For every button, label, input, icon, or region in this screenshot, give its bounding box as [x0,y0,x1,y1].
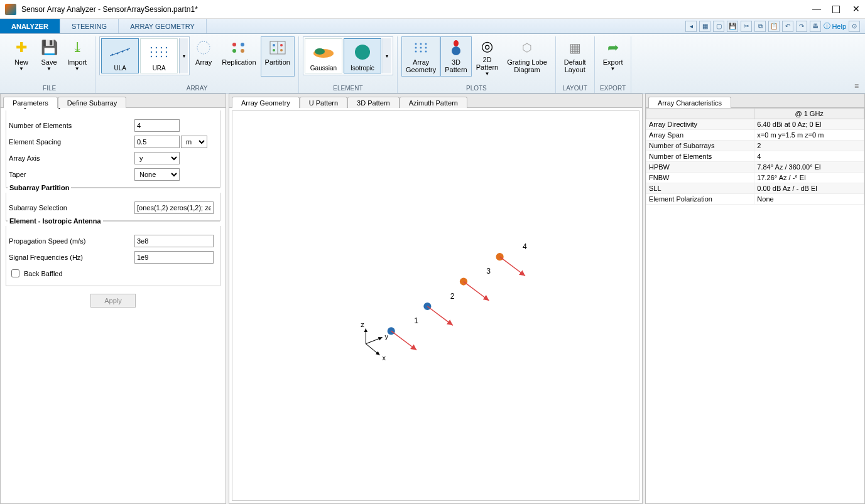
grating-icon: ⬡ [518,38,536,57]
svg-text:3: 3 [486,267,491,276]
input-element-spacing[interactable] [134,136,180,148]
element-type-gallery: Gaussian Isotropic ▾ [303,36,393,75]
svg-point-15 [161,55,162,56]
maximize-button[interactable] [832,6,840,13]
array-geometry-button[interactable]: Array Geometry [401,36,440,77]
replication-icon [229,38,248,57]
svg-text:2: 2 [450,292,455,301]
label-element-spacing: Element Spacing [9,138,134,146]
char-header: @ 1 GHz [754,109,864,119]
qat-redo-icon[interactable]: ↷ [796,21,807,32]
svg-point-32 [420,43,422,45]
ribbon-collapse-icon[interactable]: ≡ [852,79,861,93]
export-button[interactable]: ➦Export▼ [599,36,628,77]
tab-parameters[interactable]: Parameters [3,97,58,108]
char-value: 6.40 dBi at 0 Az; 0 El [754,119,864,130]
save-button[interactable]: 💾Save▼ [35,36,63,77]
svg-point-4 [127,48,129,50]
array-button[interactable]: Array [190,36,217,77]
default-layout-button[interactable]: ▦Default Layout [560,36,590,77]
tab-array-geometry-plot[interactable]: Array Geometry [232,97,300,108]
tab-u-pattern[interactable]: U Pattern [300,97,347,108]
title-bar: Sensor Array Analyzer - SensorArraySessi… [0,0,865,19]
legend-element: Element - Isotropic Antenna [8,217,103,225]
input-propagation-speed[interactable] [134,235,214,247]
qat-collapse-icon[interactable]: ⊙ [849,21,860,32]
minimize-button[interactable]: — [812,6,820,13]
import-icon: ⤓ [68,38,87,57]
plot-panel: Array Geometry U Pattern 3D Pattern Azim… [229,94,643,504]
partition-button[interactable]: Partition [261,36,295,77]
svg-point-34 [415,47,417,49]
group-label-export: EXPORT [600,85,626,93]
svg-point-12 [166,51,167,52]
element-gallery-dropdown[interactable]: ▾ [383,38,391,73]
svg-point-18 [232,43,236,46]
legend-array-geometry: Array Geometry - Uniform Linear [8,108,119,109]
qat-cut-icon[interactable]: ✂ [741,21,752,32]
svg-point-3 [122,50,124,52]
import-button[interactable]: ⤓Import▼ [63,36,91,77]
select-array-axis[interactable]: y [134,152,180,164]
ribbon-group-export: ➦Export▼ EXPORT [595,36,632,93]
ribbon-tabstrip: ANALYZER STEERING ARRAY GEOMETRY ◂ ▦ ▢ 💾… [0,19,865,34]
select-spacing-unit[interactable]: m [181,136,207,148]
svg-text:z: z [361,321,364,328]
ribbon-group-element: Gaussian Isotropic ▾ ELEMENT [299,36,398,93]
svg-point-35 [420,47,422,49]
tab-steering[interactable]: STEERING [60,19,119,33]
label-propagation-speed: Propagation Speed (m/s) [9,237,134,245]
select-taper[interactable]: None [134,168,180,181]
svg-point-11 [161,51,162,52]
tab-azimuth-pattern[interactable]: Azimuth Pattern [400,97,467,108]
svg-point-31 [415,43,417,45]
close-button[interactable]: ✕ [852,6,860,13]
char-value: 4 [754,151,864,162]
grating-lobe-button[interactable]: ⬡Grating Lobe Diagram [503,36,552,77]
svg-line-43 [366,338,382,344]
fieldset-element: Element - Isotropic Antenna Propagation … [6,226,220,286]
gallery-ula[interactable]: ULA [101,38,139,73]
qat-pane-icon[interactable]: ▦ [699,21,710,32]
svg-point-41 [452,46,460,55]
input-signal-frequencies[interactable] [134,251,214,264]
qat-undo-icon[interactable]: ↶ [782,21,793,32]
char-value: None [754,194,864,205]
2d-pattern-button[interactable]: ◎2D Pattern▼ [472,36,503,77]
gallery-ura[interactable]: URA [140,38,178,73]
svg-text:x: x [383,354,386,362]
partition-icon [268,38,287,57]
tab-array-characteristics[interactable]: Array Characteristics [648,97,731,108]
tab-array-geometry[interactable]: ARRAY GEOMETRY [119,19,207,33]
tab-define-subarray[interactable]: Define Subarray [58,97,127,108]
svg-point-17 [197,41,210,54]
ribbon-group-file: ✚New▼ 💾Save▼ ⤓Import▼ FILE [4,36,95,93]
qat-print-icon[interactable]: 🖶 [810,21,821,32]
apply-button[interactable]: Apply [90,294,136,308]
svg-point-36 [425,47,427,49]
qat-copy-icon[interactable]: ⧉ [754,21,766,32]
svg-point-6 [156,46,157,48]
qat-save-icon[interactable]: 💾 [727,21,738,32]
tab-analyzer[interactable]: ANALYZER [0,19,60,33]
qat-paste-icon[interactable]: 📋 [768,21,780,32]
qat-arrow-icon[interactable]: ◂ [685,21,697,32]
tab-3d-pattern[interactable]: 3D Pattern [347,97,400,108]
ribbon-group-plots: Array Geometry 3D Pattern ◎2D Pattern▼ ⬡… [398,36,556,93]
svg-point-10 [156,51,157,52]
qat-window-icon[interactable]: ▢ [713,21,724,32]
checkbox-back-baffled[interactable] [11,269,19,277]
workspace: Parameters Define Subarray Array Geometr… [0,94,865,504]
input-num-elements[interactable] [134,119,180,132]
svg-point-51 [423,303,431,310]
array-gallery-dropdown[interactable]: ▾ [179,38,188,73]
input-subarray-selection[interactable] [134,201,214,214]
3d-pattern-button[interactable]: 3D Pattern [440,36,471,77]
replication-button[interactable]: Replication [217,36,260,77]
array-geometry-plot[interactable]: x y z 1 2 3 [232,110,639,501]
help-button[interactable]: ⓘHelp [824,21,846,31]
svg-text:4: 4 [523,242,527,251]
new-button[interactable]: ✚New▼ [8,36,35,77]
gallery-gaussian[interactable]: Gaussian [305,38,342,73]
gallery-isotropic[interactable]: Isotropic [344,38,381,73]
